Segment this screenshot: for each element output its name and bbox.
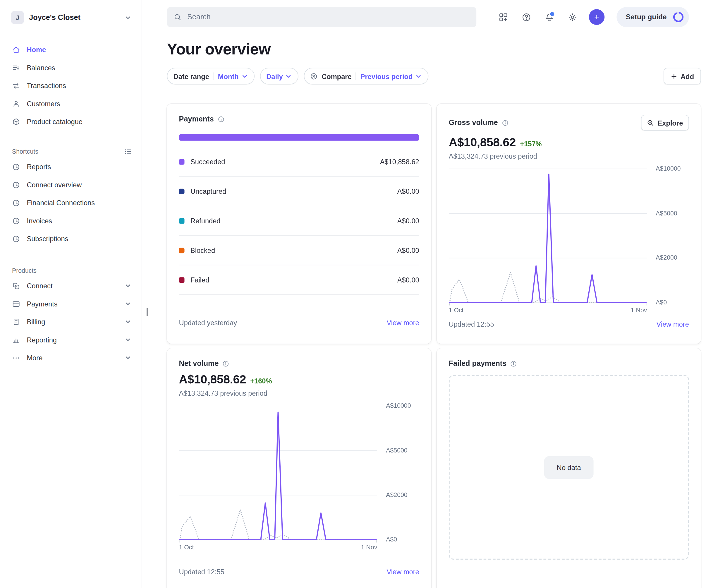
explore-icon	[647, 119, 654, 126]
pill-divider	[356, 72, 356, 80]
info-icon[interactable]	[222, 360, 230, 367]
chart-series-previous	[450, 272, 646, 302]
y-axis-label: A$5000	[656, 210, 677, 217]
gross-volume-chart: 1 Oct1 Nov A$10000A$5000A$2000A$0	[449, 167, 689, 314]
search-input[interactable]	[186, 13, 470, 22]
clock-icon	[12, 163, 20, 171]
info-icon[interactable]	[501, 119, 509, 126]
sidebar-item-product-catalogue[interactable]: Product catalogue	[8, 113, 135, 130]
sidebar-item-connect-overview[interactable]: Connect overview	[8, 176, 135, 194]
topbar: Setup guide	[167, 7, 701, 27]
more-dots-icon	[12, 354, 20, 362]
status-label: Failed	[191, 276, 209, 284]
products-nav: Connect Payments Billing Reporting More	[8, 277, 135, 367]
explore-button[interactable]: Explore	[641, 115, 689, 130]
status-amount: A$0.00	[397, 276, 419, 284]
gross-volume-delta: +157%	[520, 140, 542, 148]
sidebar-item-billing[interactable]: Billing	[8, 313, 135, 331]
account-switcher[interactable]: J Joyce's Closet	[8, 10, 135, 25]
sidebar-item-label: Transactions	[27, 82, 66, 89]
sidebar-item-subscriptions[interactable]: Subscriptions	[8, 230, 135, 248]
add-button[interactable]: Add	[664, 68, 701, 85]
payments-card: Payments SucceededA$10,858.62UncapturedA…	[167, 104, 431, 344]
updated-timestamp: Updated 12:55	[179, 568, 224, 576]
info-icon[interactable]	[217, 115, 224, 123]
status-swatch	[179, 188, 185, 194]
sidebar-item-invoices[interactable]: Invoices	[8, 212, 135, 229]
sidebar-item-connect[interactable]: Connect	[8, 277, 135, 295]
date-range-value: Month	[218, 72, 239, 80]
payments-legend-row: SucceededA$10,858.62	[179, 147, 419, 177]
notifications-button[interactable]	[544, 12, 554, 22]
sidebar-item-balances[interactable]: Balances	[8, 59, 135, 77]
sidebar-item-customers[interactable]: Customers	[8, 94, 135, 112]
account-avatar: J	[11, 11, 24, 24]
info-icon[interactable]	[510, 360, 517, 367]
billing-icon	[12, 318, 20, 326]
sidebar-item-label: Reports	[27, 163, 51, 171]
sidebar-item-label: More	[27, 354, 42, 362]
overview-cards: Payments SucceededA$10,858.62UncapturedA…	[167, 104, 701, 588]
x-axis-label: 1 Oct	[179, 544, 194, 551]
payments-icon	[12, 300, 20, 308]
granularity-filter[interactable]: Daily	[260, 68, 298, 85]
view-more-link[interactable]: View more	[656, 320, 689, 328]
sidebar-item-label: Invoices	[27, 217, 52, 225]
net-volume-amount: A$10,858.62	[179, 372, 246, 386]
account-name: Joyce's Closet	[29, 14, 81, 22]
notification-dot	[549, 11, 555, 17]
previous-period-amount: A$13,324.73 previous period	[179, 389, 419, 397]
chevron-down-icon	[125, 336, 132, 343]
edit-shortcuts-button[interactable]	[125, 148, 132, 155]
net-volume-delta: +160%	[250, 377, 272, 385]
products-label: Products	[12, 267, 37, 274]
sidebar-item-more[interactable]: More	[8, 349, 135, 367]
view-more-link[interactable]: View more	[387, 318, 419, 326]
status-label: Refunded	[191, 217, 221, 225]
net-volume-card: Net volume A$10,858.62 +160% A$13,324.73…	[167, 348, 431, 588]
sidebar-item-label: Product catalogue	[27, 118, 83, 126]
customers-icon	[12, 100, 20, 108]
setup-progress-ring-icon	[672, 11, 684, 23]
settings-button[interactable]	[568, 12, 577, 22]
empty-state-zone: No data	[449, 375, 689, 559]
sidebar-item-transactions[interactable]: Transactions	[8, 77, 135, 94]
gross-volume-amount: A$10,858.62	[449, 135, 516, 150]
card-title: Net volume	[179, 359, 219, 368]
status-amount: A$0.00	[397, 187, 419, 195]
sidebar-item-reports[interactable]: Reports	[8, 158, 135, 175]
filter-bar: Date range Month Daily Compare	[167, 68, 701, 85]
sidebar-item-home[interactable]: Home	[8, 41, 135, 59]
view-more-link[interactable]: View more	[387, 568, 419, 576]
bullet-list-icon	[125, 148, 132, 155]
shortcuts-label: Shortcuts	[12, 148, 38, 155]
status-label: Blocked	[191, 247, 215, 254]
home-icon	[12, 45, 20, 54]
chevron-down-icon	[125, 282, 132, 290]
chevron-down-icon	[415, 72, 422, 80]
help-button[interactable]	[522, 12, 531, 22]
date-range-filter[interactable]: Date range Month	[167, 68, 255, 85]
chart-series-previous	[180, 509, 376, 540]
previous-period-amount: A$13,324.73 previous period	[449, 152, 689, 160]
sidebar-item-financial-connections[interactable]: Financial Connections	[8, 194, 135, 212]
net-volume-chart: 1 Oct1 Nov A$10000A$5000A$2000A$0	[179, 404, 419, 551]
apps-button[interactable]	[499, 12, 508, 22]
y-axis-label: A$0	[386, 536, 397, 543]
sidebar-item-reporting[interactable]: Reporting	[8, 331, 135, 349]
create-button[interactable]	[589, 9, 605, 25]
explore-label: Explore	[658, 119, 683, 127]
y-axis-label: A$0	[656, 299, 667, 306]
payments-legend: SucceededA$10,858.62UncapturedA$0.00Refu…	[179, 147, 419, 295]
shortcuts-section-header: Shortcuts	[8, 148, 135, 158]
y-axis-label: A$10000	[656, 165, 680, 172]
y-axis-label: A$10000	[386, 402, 411, 409]
reporting-icon	[12, 336, 20, 344]
sidebar-item-label: Billing	[27, 318, 45, 326]
search-bar[interactable]	[167, 7, 477, 27]
sidebar-item-payments[interactable]: Payments	[8, 295, 135, 313]
y-axis-label: A$2000	[656, 254, 677, 261]
setup-guide-button[interactable]: Setup guide	[617, 7, 689, 27]
compare-filter[interactable]: Compare Previous period	[304, 68, 428, 85]
sidebar: J Joyce's Closet Home Balances Transacti…	[0, 0, 142, 588]
